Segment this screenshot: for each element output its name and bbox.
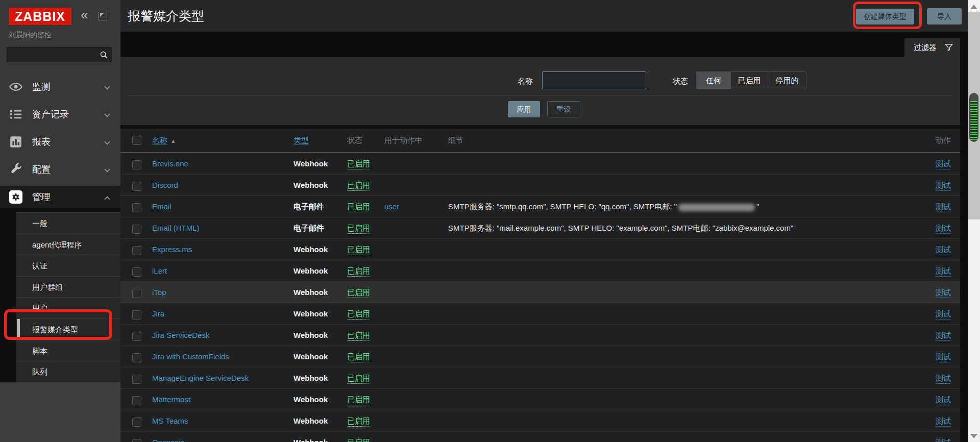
test-link[interactable]: 测试	[936, 266, 951, 277]
name-filter-input[interactable]	[542, 71, 646, 89]
status-enabled-link[interactable]: 已启用	[347, 395, 370, 405]
details-text: SMTP服务器: "smtp.qq.com", SMTP HELO: "qq.c…	[448, 196, 759, 217]
chevron-down-icon	[104, 84, 110, 89]
status-enabled-link[interactable]: 已启用	[347, 373, 370, 384]
sidebar-subitem-1[interactable]: agent代理程序	[16, 234, 120, 255]
filter-tab[interactable]: 过滤器	[904, 38, 961, 57]
sidebar-item-configuration[interactable]: 配置	[0, 158, 120, 181]
sidebar-subitem-label: 一般	[32, 219, 47, 228]
test-link[interactable]: 测试	[936, 330, 951, 341]
search-input[interactable]	[10, 48, 97, 61]
sidebar-subitem-3[interactable]: 用户群组	[16, 276, 120, 298]
sidebar-item-label: 管理	[32, 191, 51, 203]
sidebar-item-monitoring[interactable]: 监测	[0, 76, 120, 98]
sidebar-item-reports[interactable]: 报表	[0, 131, 120, 153]
sidebar-collapse-icon[interactable]: «	[81, 7, 88, 22]
test-link[interactable]: 测试	[936, 287, 951, 298]
status-enabled-link[interactable]: 已启用	[347, 287, 370, 298]
media-type-name-link[interactable]: Jira with CustomFields	[152, 346, 229, 367]
row-checkbox[interactable]	[132, 375, 141, 384]
scrollbar-up-arrow[interactable]	[970, 5, 977, 9]
media-type-name-link[interactable]: Mattermost	[152, 389, 190, 410]
vertical-scrollbar[interactable]	[968, 0, 980, 442]
media-type-name-link[interactable]: Email	[152, 196, 172, 217]
create-media-type-button[interactable]: 创建媒体类型	[856, 9, 914, 24]
sidebar-subitem-7[interactable]: 队列	[16, 361, 120, 382]
sidebar-subitem-6[interactable]: 脚本	[16, 340, 120, 361]
media-type-name-link[interactable]: iLert	[152, 260, 167, 281]
test-link[interactable]: 测试	[936, 202, 951, 212]
status-enabled-link[interactable]: 已启用	[347, 437, 370, 442]
search-icon[interactable]	[100, 51, 108, 61]
row-checkbox[interactable]	[132, 246, 141, 255]
used-in-link[interactable]: user	[384, 196, 399, 217]
status-enabled-link[interactable]: 已启用	[347, 180, 370, 191]
media-type-name-link[interactable]: Opsgenie	[152, 432, 185, 442]
row-checkbox[interactable]	[132, 396, 141, 405]
sidebar-expand-icon[interactable]	[99, 12, 107, 20]
status-enabled-link[interactable]: 已启用	[347, 202, 370, 212]
status-enabled-link[interactable]: 已启用	[347, 309, 370, 320]
sidebar-subitem-4[interactable]: 用户	[16, 297, 120, 318]
column-header-type[interactable]: 类型	[293, 129, 309, 152]
media-type-name-link[interactable]: MS Teams	[152, 410, 188, 431]
test-link[interactable]: 测试	[936, 180, 951, 191]
test-link[interactable]: 测试	[936, 159, 951, 169]
media-type-name-link[interactable]: Discord	[152, 175, 178, 195]
sidebar-item-inventory[interactable]: 资产记录	[0, 103, 120, 126]
row-checkbox[interactable]	[132, 160, 141, 169]
test-link[interactable]: 测试	[936, 223, 951, 234]
row-checkbox[interactable]	[132, 332, 141, 341]
media-type-type: Webhook	[293, 239, 328, 260]
row-checkbox[interactable]	[132, 353, 141, 362]
row-checkbox[interactable]	[132, 182, 141, 191]
apply-button[interactable]: 应用	[508, 101, 540, 117]
row-checkbox[interactable]	[132, 203, 141, 212]
media-type-name-link[interactable]: iTop	[152, 282, 166, 303]
media-type-name-link[interactable]: Jira	[152, 303, 164, 324]
media-type-name-link[interactable]: Jira ServiceDesk	[152, 325, 210, 346]
test-link[interactable]: 测试	[936, 395, 951, 405]
test-link[interactable]: 测试	[936, 244, 951, 255]
status-enabled-link[interactable]: 已启用	[347, 159, 370, 169]
row-checkbox[interactable]	[132, 439, 141, 442]
status-option-disabled[interactable]: 停用的	[768, 72, 806, 89]
reset-button[interactable]: 重设	[547, 101, 580, 117]
column-header-details: 细节	[448, 129, 463, 152]
media-type-type: Webhook	[293, 432, 328, 442]
media-type-name-link[interactable]: ManageEngine ServiceDesk	[152, 367, 249, 388]
import-button[interactable]: 导入	[927, 8, 962, 24]
sidebar-item-administration[interactable]: 管理	[0, 186, 120, 208]
row-checkbox[interactable]	[132, 418, 141, 427]
status-enabled-link[interactable]: 已启用	[347, 244, 370, 255]
status-enabled-link[interactable]: 已启用	[347, 330, 370, 341]
status-option-any[interactable]: 任何	[697, 72, 731, 89]
scrollbar-thumb[interactable]	[969, 93, 978, 142]
details-text: SMTP服务器: "mail.example.com", SMTP HELO: …	[448, 217, 793, 238]
status-enabled-link[interactable]: 已启用	[347, 266, 370, 277]
row-checkbox[interactable]	[132, 289, 141, 298]
test-link[interactable]: 测试	[936, 416, 951, 427]
zabbix-logo[interactable]: ZABBIX	[9, 8, 71, 25]
sidebar-subitem-2[interactable]: 认证	[16, 255, 120, 276]
test-link[interactable]: 测试	[936, 373, 951, 384]
test-link[interactable]: 测试	[936, 352, 951, 362]
column-header-name[interactable]: 名称▲	[152, 129, 176, 153]
sidebar-item-label: 配置	[32, 163, 51, 176]
status-enabled-link[interactable]: 已启用	[347, 352, 370, 362]
test-link[interactable]: 测试	[936, 309, 951, 320]
row-checkbox[interactable]	[132, 267, 141, 277]
select-all-checkbox[interactable]	[132, 136, 141, 145]
row-checkbox[interactable]	[132, 310, 141, 320]
status-option-enabled[interactable]: 已启用	[731, 72, 768, 89]
scrollbar-down-arrow[interactable]	[970, 434, 977, 438]
media-type-name-link[interactable]: Brevis.one	[152, 153, 188, 174]
status-enabled-link[interactable]: 已启用	[347, 223, 370, 234]
status-enabled-link[interactable]: 已启用	[347, 416, 370, 427]
sidebar-subitem-0[interactable]: 一般	[16, 212, 120, 234]
media-type-name-link[interactable]: Email (HTML)	[152, 217, 200, 238]
test-link[interactable]: 测试	[936, 437, 951, 442]
row-checkbox[interactable]	[132, 225, 141, 234]
sidebar-subitem-5[interactable]: 报警媒介类型	[16, 318, 120, 340]
media-type-name-link[interactable]: Express.ms	[152, 239, 192, 260]
